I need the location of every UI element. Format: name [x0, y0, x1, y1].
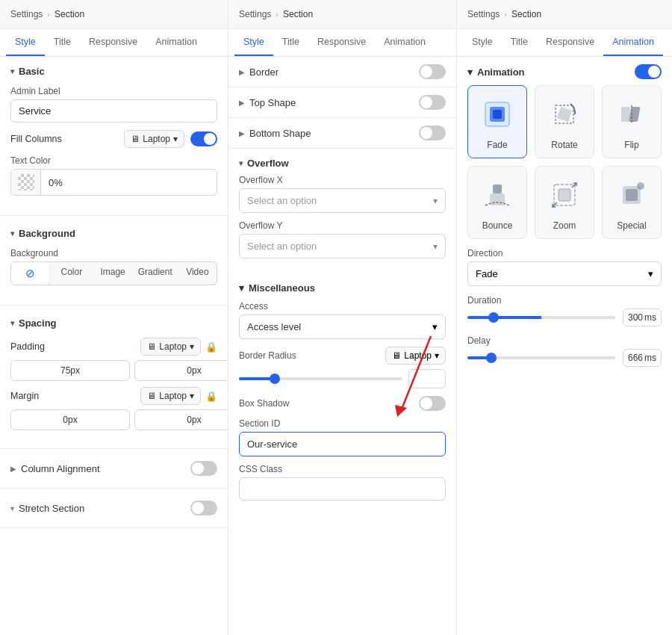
- duration-control: Duration 300 ms: [457, 295, 672, 326]
- panel-middle: Settings › Section Style Title Responsiv…: [228, 0, 457, 635]
- misc-arrow-icon: ▾: [239, 282, 244, 294]
- margin-top-input[interactable]: [10, 409, 130, 430]
- delay-value-display: 666 ms: [623, 349, 662, 367]
- duration-slider[interactable]: [467, 316, 615, 319]
- fill-columns-toggle[interactable]: [190, 131, 217, 146]
- anim-card-fade[interactable]: Fade: [467, 85, 527, 158]
- top-shape-toggle[interactable]: [419, 95, 446, 110]
- padding-device-select[interactable]: 🖥 Laptop ▾: [140, 338, 201, 356]
- border-toggle-row: ▶ Border: [228, 57, 456, 87]
- css-class-input[interactable]: [239, 477, 446, 501]
- margin-inputs: [10, 409, 217, 430]
- padding-top-input[interactable]: [10, 360, 130, 381]
- basic-section-body: Admin Label Fill Columns 🖥 Laptop ▾ Text…: [0, 83, 228, 212]
- breadcrumb-right: Settings › Section: [457, 0, 672, 29]
- overflow-section-body: Overflow X Select an option ▾ Overflow Y…: [228, 175, 456, 275]
- bottom-shape-toggle[interactable]: [419, 126, 446, 140]
- overflow-x-placeholder: Select an option: [247, 195, 317, 206]
- tab-animation-right[interactable]: Animation: [603, 29, 663, 56]
- tab-style-middle[interactable]: Style: [234, 29, 273, 56]
- br-monitor-icon: 🖥: [392, 350, 401, 361]
- tab-style-left[interactable]: Style: [6, 29, 45, 56]
- bg-tab-video[interactable]: Video: [178, 262, 217, 285]
- bg-tab-gradient[interactable]: Gradient: [135, 262, 175, 285]
- box-shadow-toggle[interactable]: [419, 396, 446, 411]
- stretch-section-toggle[interactable]: [190, 501, 217, 515]
- overflow-label: Overflow: [247, 158, 289, 169]
- anim-card-zoom[interactable]: Zoom: [535, 166, 594, 239]
- rotate-label: Rotate: [551, 140, 577, 150]
- panel-left: Settings › Section Style Title Responsiv…: [0, 0, 228, 635]
- breadcrumb-parent[interactable]: Settings: [10, 9, 43, 19]
- background-section-header[interactable]: ▾ Background: [0, 219, 228, 245]
- color-swatch[interactable]: [11, 170, 41, 195]
- tab-title-middle[interactable]: Title: [273, 29, 308, 56]
- overflow-x-chevron-icon: ▾: [433, 196, 438, 206]
- opacity-input[interactable]: [41, 172, 217, 193]
- box-shadow-label: Box Shadow: [239, 398, 289, 409]
- direction-select[interactable]: Fade ▾: [467, 261, 662, 286]
- padding-right-input[interactable]: [134, 360, 228, 381]
- tab-responsive-left[interactable]: Responsive: [80, 29, 146, 56]
- anim-card-bounce[interactable]: Bounce: [467, 166, 527, 239]
- padding-monitor-icon: 🖥: [147, 341, 156, 352]
- tab-style-right[interactable]: Style: [463, 29, 502, 56]
- bg-tab-image[interactable]: Image: [94, 262, 132, 285]
- border-radius-slider[interactable]: [239, 377, 402, 380]
- spacing-section-header[interactable]: ▾ Spacing: [0, 309, 228, 335]
- misc-section-body: Access Access level ▾ Border Radius 🖥 La…: [228, 298, 456, 517]
- svg-point-14: [637, 182, 644, 190]
- basic-section-header[interactable]: ▾ Basic: [0, 57, 228, 83]
- tabs-right: Style Title Responsive Animation: [457, 29, 672, 57]
- tab-animation-middle[interactable]: Animation: [375, 29, 435, 56]
- overflow-y-label: Overflow Y: [239, 220, 446, 231]
- access-label: Access: [239, 301, 446, 312]
- margin-device-select[interactable]: 🖥 Laptop ▾: [140, 387, 201, 405]
- overflow-section-header[interactable]: ▾ Overflow: [228, 149, 456, 175]
- animation-toggle[interactable]: [635, 64, 662, 79]
- column-alignment-arrow-icon: ▶: [10, 465, 16, 473]
- tab-responsive-right[interactable]: Responsive: [537, 29, 603, 56]
- column-alignment-toggle[interactable]: [190, 461, 217, 476]
- margin-right-input[interactable]: [134, 409, 228, 430]
- tab-title-right[interactable]: Title: [502, 29, 537, 56]
- delay-slider[interactable]: [467, 356, 615, 359]
- top-shape-toggle-row: ▶ Top Shape: [228, 87, 456, 118]
- border-toggle[interactable]: [419, 64, 446, 79]
- animation-arrow-icon: ▾: [467, 66, 473, 78]
- bottom-shape-toggle-row: ▶ Bottom Shape: [228, 118, 456, 149]
- svg-rect-6: [629, 107, 641, 122]
- fill-columns-device-select[interactable]: 🖥 Laptop ▾: [124, 130, 184, 148]
- anim-card-rotate[interactable]: Rotate: [535, 85, 594, 158]
- admin-label-input[interactable]: [10, 99, 217, 123]
- access-select[interactable]: Access level ▾: [239, 315, 446, 339]
- svg-rect-13: [626, 189, 638, 201]
- padding-chevron-icon: ▾: [190, 341, 194, 352]
- direction-value: Fade: [476, 268, 498, 279]
- margin-device-row: Margin 🖥 Laptop ▾ 🔒: [10, 387, 217, 405]
- section-id-input[interactable]: [239, 432, 446, 456]
- bg-type-tabs: ⊘ Color Image Gradient Video: [10, 261, 217, 285]
- overflow-y-select[interactable]: Select an option ▾: [239, 234, 446, 258]
- delay-control: Delay 666 ms: [457, 335, 672, 367]
- misc-section-header[interactable]: ▾ Miscellaneous: [228, 275, 456, 298]
- tab-title-left[interactable]: Title: [45, 29, 80, 56]
- duration-value-display: 300 ms: [623, 309, 662, 326]
- panel-right-content: ▾ Animation Fade: [457, 57, 672, 635]
- breadcrumb-right-parent[interactable]: Settings: [467, 9, 500, 19]
- tab-animation-left[interactable]: Animation: [146, 29, 206, 56]
- anim-card-special[interactable]: Special: [602, 166, 662, 239]
- padding-device-row: Padding 🖥 Laptop ▾ 🔒: [10, 338, 217, 356]
- bg-tab-none[interactable]: ⊘: [11, 262, 49, 285]
- border-radius-value-input[interactable]: [408, 369, 446, 388]
- overflow-x-select[interactable]: Select an option ▾: [239, 188, 446, 213]
- bg-tab-color[interactable]: Color: [52, 262, 90, 285]
- admin-label-row: Admin Label: [10, 86, 217, 123]
- anim-card-flip[interactable]: Flip: [602, 85, 662, 158]
- tab-responsive-middle[interactable]: Responsive: [308, 29, 375, 56]
- border-radius-controls: Border Radius 🖥 Laptop ▾: [239, 347, 446, 365]
- margin-lock-icon: 🔒: [205, 391, 217, 402]
- border-radius-device-select[interactable]: 🖥 Laptop ▾: [385, 347, 446, 365]
- breadcrumb-middle-parent[interactable]: Settings: [239, 9, 271, 19]
- fill-columns-device-label: Laptop: [143, 134, 170, 144]
